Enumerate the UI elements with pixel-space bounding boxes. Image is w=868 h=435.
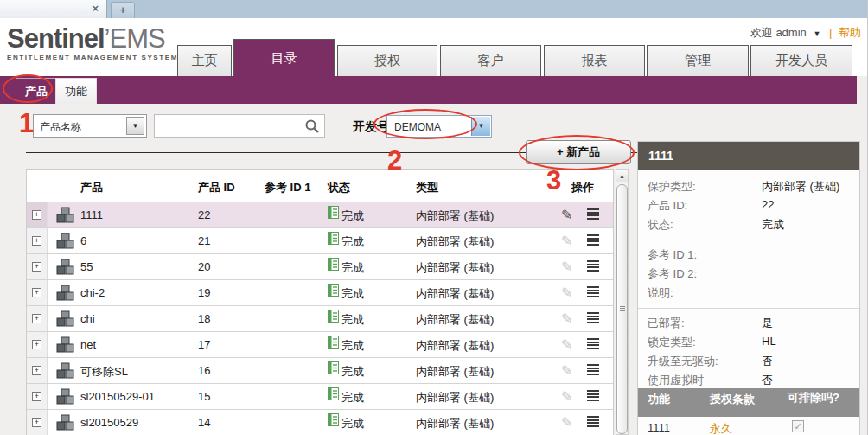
expand-icon[interactable]: + xyxy=(32,262,41,272)
expand-icon[interactable]: + xyxy=(32,418,41,427)
actions-menu-icon[interactable] xyxy=(587,312,601,325)
actions-menu-icon[interactable] xyxy=(587,338,601,351)
status-badge: 完成 xyxy=(341,312,364,328)
product-id: 15 xyxy=(198,390,210,403)
expand-icon[interactable]: + xyxy=(32,288,41,297)
search-input[interactable] xyxy=(158,118,297,134)
help-link[interactable]: 帮助 xyxy=(839,26,861,39)
actions-menu-icon[interactable] xyxy=(587,416,601,429)
subtab-features[interactable]: 功能 xyxy=(55,78,97,104)
edit-pencil-icon[interactable]: ✎ xyxy=(561,362,572,379)
expand-cell: + xyxy=(27,254,48,279)
table-row[interactable]: +chi18完成内部部署 (基础)✎ xyxy=(27,306,613,332)
browser-tab[interactable]: × xyxy=(0,0,107,18)
expand-icon[interactable]: + xyxy=(32,340,41,349)
logo-suffix: EMS xyxy=(109,23,164,54)
expand-cell: + xyxy=(27,228,48,253)
browser-tab-strip: × + xyxy=(0,0,868,18)
new-product-button[interactable]: + 新产品 xyxy=(526,140,631,164)
scrollbar-thumb[interactable] xyxy=(616,184,628,434)
edit-pencil-icon[interactable]: ✎ xyxy=(561,285,572,301)
dev-id-value: DEMOMA xyxy=(394,121,441,133)
table-row[interactable]: +chi-219完成内部部署 (基础)✎ xyxy=(27,280,613,306)
search-icon[interactable] xyxy=(304,118,320,138)
welcome-text[interactable]: 欢迎 admin xyxy=(750,26,807,39)
edit-pencil-icon[interactable]: ✎ xyxy=(561,310,572,327)
actions-menu-icon[interactable] xyxy=(587,390,601,403)
expand-cell: + xyxy=(27,202,48,227)
dev-id-select[interactable]: DEMOMA ▼ xyxy=(386,115,492,138)
edit-pencil-icon[interactable]: ✎ xyxy=(561,414,572,431)
chevron-down-icon[interactable]: ▼ xyxy=(126,117,144,135)
chevron-down-icon[interactable]: ▼ xyxy=(813,29,820,38)
product-type: 内部部署 (基础) xyxy=(416,234,494,250)
actions-menu-icon[interactable] xyxy=(587,234,601,247)
products-table: 产品 产品 ID 参考 ID 1 状态 类型 操作 +111122完成内部部署 … xyxy=(26,169,614,435)
product-icon xyxy=(56,259,75,276)
col-product[interactable]: 产品 xyxy=(80,180,103,195)
status-cell: 完成 xyxy=(328,284,339,299)
status-doc-icon xyxy=(328,258,339,271)
table-row[interactable]: +sl20150529-0115完成内部部署 (基础)✎ xyxy=(27,384,613,410)
actions-menu-icon[interactable] xyxy=(587,208,601,221)
table-row[interactable]: +111122完成内部部署 (基础)✎ xyxy=(27,202,613,228)
excludable-checkbox[interactable]: ✓ xyxy=(792,420,804,432)
col-product-id[interactable]: 产品 ID xyxy=(198,180,235,195)
tab-admin[interactable]: 管理 xyxy=(647,45,749,76)
product-icon xyxy=(56,207,75,224)
actions-menu-icon[interactable] xyxy=(587,286,601,299)
status-badge: 完成 xyxy=(341,416,364,432)
field-label: 保护类型: xyxy=(648,179,762,195)
expand-icon[interactable]: + xyxy=(32,366,41,375)
scroll-up-icon[interactable]: ▲ xyxy=(616,170,628,182)
tab-home[interactable]: 主页 xyxy=(177,45,232,76)
license-terms-link[interactable]: 永久 xyxy=(710,421,732,435)
status-doc-icon xyxy=(328,361,339,374)
scrollbar-grip-icon xyxy=(620,306,625,313)
table-scrollbar[interactable]: ▲ xyxy=(616,169,629,435)
table-row[interactable]: +net17完成内部部署 (基础)✎ xyxy=(27,332,613,358)
chevron-down-icon[interactable]: ▼ xyxy=(471,117,490,136)
edit-pencil-icon[interactable]: ✎ xyxy=(561,336,572,353)
expand-icon[interactable]: + xyxy=(32,314,41,323)
tab-catalog[interactable]: 目录 xyxy=(233,39,335,76)
table-row[interactable]: +5520完成内部部署 (基础)✎ xyxy=(27,254,613,280)
status-badge: 完成 xyxy=(341,338,364,354)
actions-menu-icon[interactable] xyxy=(587,364,601,377)
status-badge: 完成 xyxy=(341,286,364,302)
expand-icon[interactable]: + xyxy=(32,210,41,220)
table-row[interactable]: +sl2015052914完成内部部署 (基础)✎ xyxy=(27,410,613,435)
edit-pencil-icon[interactable]: ✎ xyxy=(561,207,572,223)
new-tab-button[interactable]: + xyxy=(111,2,135,18)
search-field-select[interactable]: 产品名称 ▼ xyxy=(33,114,147,138)
logo-tagline: ENTITLEMENT MANAGEMENT SYSTEM xyxy=(7,54,178,61)
tab-developer[interactable]: 开发人员 xyxy=(750,45,852,76)
actions-menu-icon[interactable] xyxy=(587,260,601,273)
status-cell: 完成 xyxy=(328,310,339,325)
subtab-products[interactable]: 产品 xyxy=(16,78,57,104)
content-area: 产品名称 ▼ 开发号: DEMOMA ▼ + 新产品 产品 产品 ID 参考 I… xyxy=(0,104,857,435)
col-type[interactable]: 类型 xyxy=(416,180,438,195)
product-type: 内部部署 (基础) xyxy=(416,260,494,276)
product-type: 内部部署 (基础) xyxy=(416,208,494,224)
tab-reports[interactable]: 报表 xyxy=(544,45,645,76)
close-icon[interactable]: × xyxy=(92,2,99,15)
product-id: 17 xyxy=(198,338,210,351)
edit-pencil-icon[interactable]: ✎ xyxy=(561,388,572,405)
col-feature: 功能 xyxy=(648,392,670,407)
table-row[interactable]: +621完成内部部署 (基础)✎ xyxy=(27,228,613,254)
status-doc-icon xyxy=(328,284,339,297)
expand-icon[interactable]: + xyxy=(32,236,41,246)
feature-row[interactable]: 1111 永久 ✓ xyxy=(638,417,859,435)
edit-pencil-icon[interactable]: ✎ xyxy=(561,233,572,249)
edit-pencil-icon[interactable]: ✎ xyxy=(561,259,572,275)
col-ref-id[interactable]: 参考 ID 1 xyxy=(265,180,310,195)
col-status[interactable]: 状态 xyxy=(328,180,350,195)
tab-entitlements[interactable]: 授权 xyxy=(337,45,437,76)
field-value: 是 xyxy=(762,316,773,331)
expand-icon[interactable]: + xyxy=(32,392,41,401)
status-cell: 完成 xyxy=(328,361,339,377)
tab-customers[interactable]: 客户 xyxy=(440,45,541,76)
status-cell: 完成 xyxy=(328,232,339,247)
table-row[interactable]: +可移除SL16完成内部部署 (基础)✎ xyxy=(27,358,613,384)
